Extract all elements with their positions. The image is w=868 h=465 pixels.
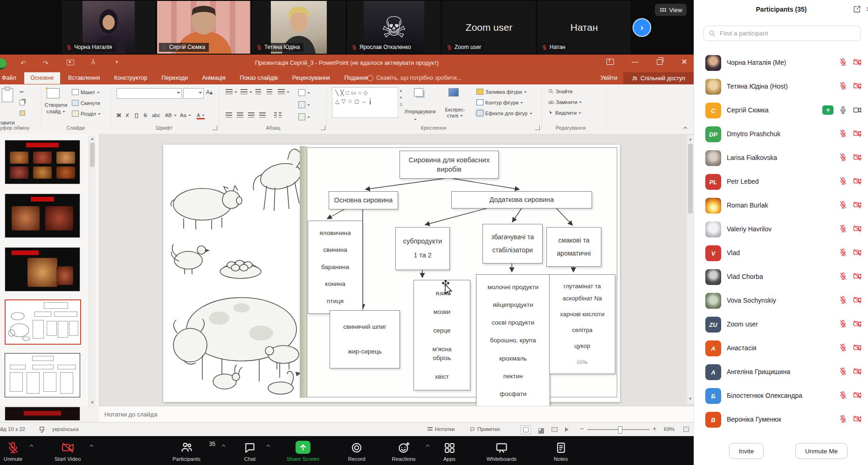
minimize-button[interactable]: —: [627, 55, 643, 69]
mic-muted-icon[interactable]: [839, 415, 847, 423]
popout-icon[interactable]: [853, 5, 861, 14]
video-off-icon[interactable]: [853, 367, 862, 375]
slide-sorter-view-icon[interactable]: [535, 425, 544, 433]
zoom-out-button[interactable]: −: [580, 425, 584, 432]
search-input[interactable]: [719, 29, 856, 37]
reactions-button[interactable]: Reactions: [384, 440, 423, 462]
font-dialog-launcher-icon[interactable]: [213, 125, 217, 130]
fit-to-window-icon[interactable]: [682, 425, 691, 433]
video-off-icon[interactable]: [853, 58, 862, 66]
font-color-button[interactable]: А: [197, 112, 205, 119]
next-video-page-button[interactable]: ›: [633, 18, 651, 37]
mic-muted-icon[interactable]: [839, 319, 847, 328]
shapes-gallery[interactable]: ╲╳□▭○◇ △▽☆◻→╽: [332, 87, 398, 118]
view-button[interactable]: View: [655, 4, 687, 16]
tab-slideshow[interactable]: Показ слайдів: [234, 72, 284, 84]
participant-row[interactable]: Б Білостегнюк Олександра: [694, 384, 868, 408]
align-right-icon[interactable]: [248, 112, 255, 118]
video-tile[interactable]: Натан Натан: [537, 1, 631, 54]
participant-row[interactable]: Тетяна Юдіна (Host): [694, 75, 868, 98]
shape-effects-button[interactable]: Ефекти для фігур: [476, 110, 532, 116]
participant-row[interactable]: Чорна Наталія (Me): [694, 51, 868, 75]
mic-muted-icon[interactable]: [839, 129, 847, 138]
video-tile-active-speaker[interactable]: Сергій Сюмка: [157, 1, 250, 54]
tab-review[interactable]: Рецензування: [286, 72, 336, 84]
font-size-combo[interactable]: [183, 88, 204, 99]
video-off-icon[interactable]: [853, 391, 862, 399]
zoom-slider-thumb[interactable]: [618, 426, 622, 434]
thumbnail-scrollbar[interactable]: ▲ ▼: [89, 135, 96, 407]
participant-row[interactable]: Vlad Chorba: [694, 265, 868, 289]
mic-muted-icon[interactable]: [839, 58, 847, 66]
participant-row[interactable]: A Ангеліна Грищишина: [694, 361, 868, 384]
tell-me-box[interactable]: Скажіть, що потрібно зробити...: [367, 75, 462, 81]
video-off-icon[interactable]: [853, 272, 862, 280]
participant-row[interactable]: V Vlad: [694, 242, 868, 265]
participant-row[interactable]: Vova Sochynskiy: [694, 289, 868, 312]
whiteboards-button[interactable]: Whiteboards: [480, 440, 523, 462]
tab-file[interactable]: Файл: [0, 72, 22, 84]
video-off-icon[interactable]: [853, 82, 862, 90]
normal-view-icon[interactable]: [521, 425, 531, 434]
share-button[interactable]: Спільний доступ: [623, 72, 694, 84]
language-indicator[interactable]: українська: [52, 426, 79, 432]
notes-button[interactable]: Notes: [547, 440, 574, 462]
italic-button[interactable]: К: [126, 112, 129, 118]
mic-muted-icon[interactable]: [839, 391, 847, 399]
video-off-icon[interactable]: [853, 415, 862, 423]
participant-row[interactable]: Larisa Fialkovska: [694, 146, 868, 170]
notes-toggle[interactable]: Нотатки: [427, 426, 455, 432]
video-off-icon[interactable]: [853, 296, 862, 304]
participant-row[interactable]: Roman Burlak: [694, 194, 868, 217]
font-name-combo[interactable]: [117, 88, 182, 99]
mic-on-icon[interactable]: [839, 106, 847, 114]
mic-muted-icon[interactable]: [839, 272, 847, 280]
participant-search-box[interactable]: [703, 26, 861, 41]
bold-button[interactable]: Ж: [117, 112, 121, 118]
quick-styles-icon[interactable]: [448, 88, 459, 97]
shape-fill-button[interactable]: Заливка фігури: [476, 89, 527, 95]
quick-styles-button[interactable]: Експрес-: [437, 107, 473, 112]
mic-muted-icon[interactable]: [839, 177, 847, 185]
line-spacing-icon[interactable]: [278, 89, 289, 94]
slide-thumbnail-5[interactable]: [5, 353, 80, 397]
mic-muted-icon[interactable]: [839, 367, 847, 375]
video-off-icon[interactable]: [853, 201, 862, 209]
slide-area-scrollbar[interactable]: ▲ ▼: [687, 135, 694, 404]
comments-toggle[interactable]: Примітки: [470, 426, 500, 432]
mic-muted-icon[interactable]: [839, 224, 847, 233]
slide-thumbnail-1[interactable]: [5, 140, 80, 184]
slide-thumbnail-6[interactable]: [5, 407, 80, 421]
mic-muted-icon[interactable]: [839, 248, 847, 257]
copy-icon[interactable]: [20, 100, 25, 105]
zoom-in-button[interactable]: +: [653, 425, 656, 432]
columns-icon[interactable]: [274, 112, 282, 118]
mic-muted-icon[interactable]: [839, 201, 847, 209]
arrange-button[interactable]: Упорядкувати: [402, 109, 438, 114]
numbering-icon[interactable]: [241, 89, 252, 94]
paragraph-dialog-launcher-icon[interactable]: [321, 125, 325, 130]
reset-button[interactable]: Скинути: [72, 100, 100, 106]
restore-button[interactable]: [652, 55, 668, 69]
bullets-icon[interactable]: [226, 89, 237, 94]
video-off-icon[interactable]: [853, 177, 862, 185]
slide-thumbnail-4-selected[interactable]: [5, 299, 81, 345]
unmute-button[interactable]: Unmute: [0, 440, 28, 462]
video-tile[interactable]: Zoom user Zoom user: [442, 1, 536, 54]
video-off-icon[interactable]: [853, 224, 862, 233]
sign-in-link[interactable]: Увійти: [600, 75, 617, 81]
participant-row[interactable]: ZU Zoom user: [694, 313, 868, 336]
increase-indent-icon[interactable]: [267, 89, 272, 94]
chat-button[interactable]: Chat: [235, 440, 264, 462]
video-off-icon[interactable]: [853, 129, 862, 138]
text-shadow-button[interactable]: abc: [152, 112, 160, 118]
notes-pane[interactable]: Нотатки до слайда: [99, 406, 694, 422]
participant-row[interactable]: PL Petr Lebed: [694, 170, 868, 194]
video-off-icon[interactable]: [853, 319, 862, 328]
mic-muted-icon[interactable]: [839, 296, 847, 304]
unmute-me-button[interactable]: Unmute Me: [795, 443, 847, 459]
replace-button[interactable]: abЗамінити: [548, 99, 582, 105]
participant-row[interactable]: A Анастасія: [694, 337, 868, 360]
paste-button[interactable]: [2, 88, 13, 102]
shape-outline-button[interactable]: Контур фігури: [476, 99, 523, 105]
